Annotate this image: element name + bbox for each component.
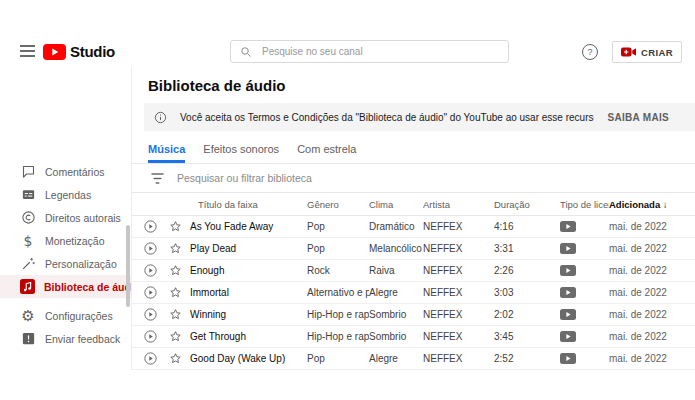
- table-row[interactable]: EnoughRockRaivaNEFFEX2:26mai. de 2022: [132, 260, 695, 282]
- column-header-added[interactable]: Adicionada ↓: [609, 199, 695, 210]
- info-icon: [154, 111, 167, 124]
- sidebar-item-biblioteca-de-audio[interactable]: Biblioteca de áudio: [0, 275, 131, 298]
- filter-bar[interactable]: [132, 164, 695, 193]
- sidebar-item-label: Legendas: [45, 189, 91, 201]
- comment-icon: [20, 164, 36, 180]
- license-type-icon[interactable]: [560, 221, 609, 232]
- column-header-title[interactable]: Título da faixa: [190, 199, 307, 210]
- track-duration: 2:26: [494, 265, 560, 276]
- channel-search-box[interactable]: [230, 40, 509, 63]
- table-row[interactable]: Good Day (Wake Up)PopAlegreNEFFEX2:52mai…: [132, 348, 695, 370]
- play-button[interactable]: [144, 352, 169, 365]
- play-button[interactable]: [144, 286, 169, 299]
- column-header-duration[interactable]: Duração: [494, 199, 560, 210]
- track-artist: NEFFEX: [423, 331, 494, 342]
- play-button[interactable]: [144, 242, 169, 255]
- track-mood: Alegre: [369, 353, 423, 364]
- column-header-genre[interactable]: Gênero: [307, 199, 369, 210]
- sort-descending-icon: ↓: [663, 199, 668, 210]
- license-type-icon[interactable]: [560, 243, 609, 254]
- star-icon[interactable]: [169, 286, 190, 299]
- sidebar-item-personalizacao[interactable]: Personalização: [0, 252, 131, 275]
- dollar-icon: $: [20, 233, 36, 249]
- sidebar-item-comentarios[interactable]: Comentários: [0, 160, 131, 183]
- feedback-icon: [20, 331, 36, 347]
- star-icon[interactable]: [169, 330, 190, 343]
- sidebar-item-legendas[interactable]: Legendas: [0, 183, 131, 206]
- track-genre: Pop: [307, 353, 369, 364]
- track-title: Play Dead: [190, 243, 307, 254]
- sidebar-item-monetizacao[interactable]: $Monetização: [0, 229, 131, 252]
- column-header-license[interactable]: Tipo de licen...: [560, 199, 609, 210]
- audio-table-body: As You Fade AwayPopDramáticoNEFFEX4:16ma…: [132, 216, 695, 370]
- tab-com-estrela[interactable]: Com estrela: [297, 137, 356, 163]
- star-icon[interactable]: [169, 242, 190, 255]
- track-artist: NEFFEX: [423, 353, 494, 364]
- track-added-date: mai. de 2022: [609, 243, 695, 254]
- search-icon: [240, 46, 252, 58]
- license-type-icon[interactable]: [560, 265, 609, 276]
- library-tabs: MúsicaEfeitos sonorosCom estrela: [132, 137, 695, 164]
- table-row[interactable]: Play DeadPopMelancólicoNEFFEX3:31mai. de…: [132, 238, 695, 260]
- column-header-mood[interactable]: Clima: [369, 199, 423, 210]
- track-genre: Alternativo e punk: [307, 287, 369, 298]
- star-icon[interactable]: [169, 352, 190, 365]
- help-icon[interactable]: ?: [582, 44, 598, 60]
- sidebar-item-label: Enviar feedback: [45, 333, 120, 345]
- sidebar-items: ComentáriosLegendasDireitos autorais$Mon…: [0, 160, 131, 350]
- license-type-icon[interactable]: [560, 309, 609, 320]
- sidebar-item-enviar-feedback[interactable]: Enviar feedback: [0, 327, 131, 350]
- track-duration: 3:31: [494, 243, 560, 254]
- sidebar-scrollbar[interactable]: [126, 225, 130, 307]
- star-icon[interactable]: [169, 264, 190, 277]
- column-header-artist[interactable]: Artista: [423, 199, 494, 210]
- play-button[interactable]: [144, 264, 169, 277]
- play-button[interactable]: [144, 330, 169, 343]
- play-button[interactable]: [144, 220, 169, 233]
- star-icon[interactable]: [169, 220, 190, 233]
- table-row[interactable]: WinningHip-Hop e rapSombrioNEFFEX2:02mai…: [132, 304, 695, 326]
- track-added-date: mai. de 2022: [609, 221, 695, 232]
- filter-input[interactable]: [175, 171, 479, 185]
- table-row[interactable]: As You Fade AwayPopDramáticoNEFFEX4:16ma…: [132, 216, 695, 238]
- track-duration: 3:03: [494, 287, 560, 298]
- table-row[interactable]: Get ThroughHip-Hop e rapSombrioNEFFEX3:4…: [132, 326, 695, 348]
- studio-brand[interactable]: Studio: [70, 43, 115, 60]
- main-content: Biblioteca de áudio Você aceita os Termo…: [131, 67, 695, 370]
- create-video-icon: [621, 46, 636, 58]
- track-artist: NEFFEX: [423, 221, 494, 232]
- youtube-studio-app: Studio ? CRIAR ComentáriosLegendasDireit…: [0, 0, 695, 400]
- license-type-icon[interactable]: [560, 353, 609, 364]
- terms-banner: Você aceita os Termos e Condições da "Bi…: [144, 103, 695, 131]
- hamburger-menu-icon[interactable]: [20, 45, 35, 57]
- wand-icon: [20, 256, 36, 272]
- create-button-label: CRIAR: [641, 47, 673, 58]
- track-genre: Pop: [307, 221, 369, 232]
- gear-icon: ⚙: [20, 308, 36, 324]
- youtube-logo-icon[interactable]: [43, 44, 66, 60]
- track-genre: Hip-Hop e rap: [307, 309, 369, 320]
- learn-more-link[interactable]: SAIBA MAIS: [607, 112, 669, 123]
- license-type-icon[interactable]: [560, 287, 609, 298]
- tab-efeitos-sonoros[interactable]: Efeitos sonoros: [203, 137, 279, 163]
- table-row[interactable]: ImmortalAlternativo e punkAlegreNEFFEX3:…: [132, 282, 695, 304]
- track-title: As You Fade Away: [190, 221, 307, 232]
- sidebar-item-direitos-autorais[interactable]: Direitos autorais: [0, 206, 131, 229]
- track-title: Enough: [190, 265, 307, 276]
- star-icon[interactable]: [169, 308, 190, 321]
- track-added-date: mai. de 2022: [609, 331, 695, 342]
- sidebar-item-configuracoes[interactable]: ⚙Configurações: [0, 304, 131, 327]
- license-type-icon[interactable]: [560, 331, 609, 342]
- track-genre: Hip-Hop e rap: [307, 331, 369, 342]
- track-mood: Melancólico: [369, 243, 423, 254]
- search-input[interactable]: [260, 45, 508, 58]
- play-button[interactable]: [144, 308, 169, 321]
- track-artist: NEFFEX: [423, 287, 494, 298]
- sidebar-item-label: Personalização: [45, 258, 117, 270]
- tab-música[interactable]: Música: [148, 137, 185, 163]
- track-genre: Rock: [307, 265, 369, 276]
- track-title: Good Day (Wake Up): [190, 353, 307, 364]
- track-mood: Alegre: [369, 287, 423, 298]
- create-button[interactable]: CRIAR: [612, 41, 682, 63]
- track-title: Immortal: [190, 287, 307, 298]
